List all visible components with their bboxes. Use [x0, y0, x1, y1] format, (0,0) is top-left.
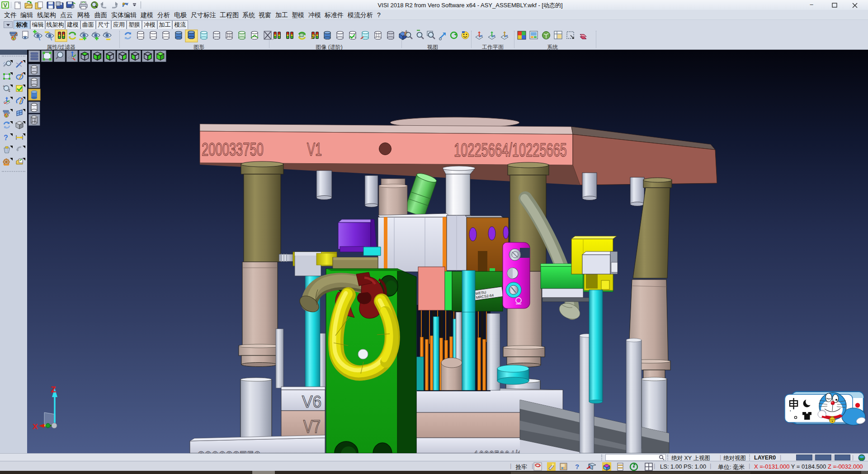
- svg-text:?: ?: [4, 134, 8, 142]
- svg-text:10225664/10225665: 10225664/10225665: [454, 139, 567, 161]
- svg-text:200033750: 200033750: [202, 139, 264, 160]
- svg-text:V1: V1: [307, 139, 322, 160]
- svg-text:?: ?: [575, 463, 579, 470]
- svg-text:+: +: [405, 29, 407, 33]
- svg-text:V7: V7: [303, 417, 321, 436]
- svg-text:X: X: [33, 422, 38, 430]
- svg-text:200033750: 200033750: [198, 447, 261, 453]
- svg-text:V6: V6: [302, 393, 321, 411]
- svg-text:V: V: [3, 2, 7, 9]
- svg-text:Z: Z: [51, 385, 56, 394]
- svg-text:': ': [790, 409, 791, 416]
- svg-text:+: +: [3, 84, 5, 88]
